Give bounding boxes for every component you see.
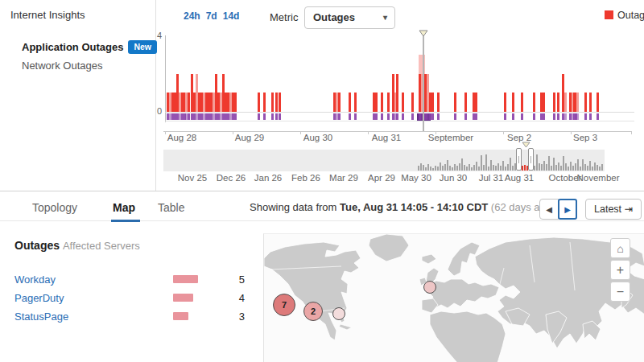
- zoom-in-icon: +: [617, 263, 624, 278]
- panel-title-outages: Outages: [14, 239, 60, 252]
- world-map[interactable]: 72 ⌂+−: [263, 233, 644, 362]
- server-outage-count: 4: [232, 292, 245, 304]
- active-tab-underline: [111, 220, 140, 222]
- tab-map[interactable]: Map: [113, 201, 135, 214]
- context-bar: [543, 161, 545, 171]
- context-bar: [476, 162, 477, 171]
- context-bar: [601, 164, 603, 171]
- context-bar: [565, 163, 567, 171]
- context-bar: [466, 167, 468, 171]
- context-bar: [534, 166, 535, 171]
- status-time-range: Tue, Aug 31 14:05 - 14:10 CDT: [340, 201, 488, 213]
- context-bar: [584, 164, 586, 171]
- map-cluster-marker[interactable]: [332, 307, 345, 320]
- context-bar: [505, 167, 506, 171]
- context-axis-label: Jun 30: [440, 173, 468, 183]
- caret-right-icon: ▶: [564, 205, 571, 214]
- context-bar: [442, 166, 444, 171]
- context-bar: [497, 163, 499, 171]
- brush-handle-left[interactable]: [516, 148, 522, 171]
- brush-handle-notch: [530, 156, 531, 163]
- context-axis-label: Dec 26: [217, 173, 246, 183]
- context-bar: [560, 166, 562, 171]
- context-bar: [469, 164, 470, 171]
- context-axis-label: Jan 26: [254, 173, 283, 183]
- context-bar: [510, 158, 511, 171]
- tab-topology[interactable]: Topology: [32, 201, 77, 214]
- previous-interval-button[interactable]: ◀: [539, 199, 559, 220]
- context-bar: [420, 163, 422, 171]
- context-bar: [512, 166, 514, 171]
- context-bar: [502, 161, 504, 171]
- context-axis-label: Jul 31: [479, 173, 504, 183]
- brush-handle-notch: [518, 156, 519, 163]
- context-bar: [507, 164, 509, 171]
- context-bar: [483, 165, 485, 171]
- context-bar: [447, 160, 448, 171]
- internet-insights-dashboard: Internet Insights Application OutagesNew…: [0, 0, 644, 362]
- affected-server-row: PagerDuty4: [0, 290, 259, 306]
- context-bar: [481, 155, 482, 171]
- context-bar: [478, 167, 480, 171]
- context-bar: [597, 165, 598, 171]
- context-bar: [432, 168, 434, 171]
- zoom-in-button[interactable]: +: [610, 260, 630, 280]
- context-bar: [577, 159, 579, 171]
- context-bar: [572, 166, 574, 171]
- context-bar: [570, 162, 572, 171]
- context-bar: [582, 159, 584, 171]
- context-axis-label: November: [576, 173, 619, 183]
- next-interval-button[interactable]: ▶: [558, 199, 577, 220]
- context-axis-label: Nov 25: [178, 173, 207, 183]
- context-outage-bar: [524, 165, 526, 171]
- server-outage-bar: [173, 275, 198, 283]
- context-bar: [425, 167, 427, 171]
- server-outage-count: 5: [232, 274, 245, 286]
- server-link[interactable]: StatusPage: [14, 311, 68, 323]
- context-axis-label: Feb 26: [291, 173, 320, 183]
- context-bar: [558, 162, 559, 171]
- context-marker-flag-icon: [522, 142, 530, 148]
- map-cluster-marker[interactable]: [423, 281, 436, 294]
- context-bar: [471, 167, 473, 171]
- context-bar: [541, 164, 543, 171]
- context-bar: [464, 165, 465, 171]
- context-bar: [599, 167, 601, 171]
- context-bar: [437, 167, 439, 171]
- tab-table[interactable]: Table: [158, 201, 184, 214]
- context-axis-label: Mar 29: [329, 173, 358, 183]
- server-outage-count: 3: [232, 311, 245, 323]
- context-bar: [580, 167, 581, 171]
- brush-handle-right[interactable]: [528, 148, 534, 171]
- context-bar: [456, 166, 458, 171]
- world-map-svg: [264, 234, 644, 362]
- server-link[interactable]: Workday: [14, 274, 56, 286]
- affected-server-row: StatusPage3: [0, 308, 259, 324]
- context-outage-bar: [522, 166, 523, 171]
- context-bar: [546, 164, 547, 171]
- context-bar: [500, 166, 502, 171]
- context-bar: [594, 162, 596, 171]
- panel-title: Outages Affected Servers: [14, 239, 140, 252]
- home-button[interactable]: ⌂: [610, 238, 630, 258]
- status-text: Showing data from Tue, Aug 31 14:05 - 14…: [250, 201, 555, 213]
- zoom-out-button[interactable]: −: [610, 282, 630, 302]
- server-link[interactable]: PagerDuty: [14, 292, 64, 304]
- latest-button[interactable]: Latest ⇥: [585, 199, 642, 220]
- skip-to-latest-icon: ⇥: [625, 204, 633, 215]
- context-bar: [493, 165, 494, 171]
- context-bar: [485, 154, 487, 171]
- map-cluster-marker[interactable]: 2: [303, 302, 323, 321]
- context-bar: [490, 160, 492, 171]
- panel-subtitle: Affected Servers: [63, 240, 140, 252]
- context-bar: [461, 158, 463, 171]
- context-bar: [430, 167, 431, 171]
- context-timeline-chart: Nov 25Dec 26Jan 26Feb 26Mar 29Apr 29May …: [0, 0, 644, 191]
- map-cluster-marker[interactable]: 7: [273, 294, 295, 316]
- server-outage-bar: [173, 312, 188, 320]
- context-bar: [495, 166, 497, 171]
- affected-servers-list: Workday5PagerDuty4StatusPage3: [0, 271, 259, 335]
- context-bar: [563, 156, 564, 171]
- context-bar: [435, 166, 436, 171]
- context-bar: [488, 167, 489, 171]
